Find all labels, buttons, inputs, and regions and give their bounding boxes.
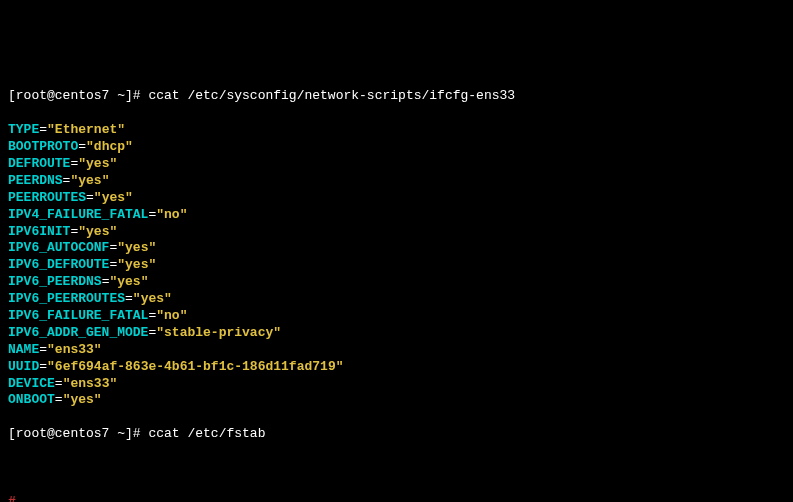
config-line: UUID="6ef694af-863e-4b61-bf1c-186d11fad7… — [8, 359, 785, 376]
equals: = — [55, 392, 63, 407]
config-key: IPV4_FAILURE_FATAL — [8, 207, 148, 222]
equals: = — [55, 376, 63, 391]
config-line: PEERROUTES="yes" — [8, 190, 785, 207]
config-value: "yes" — [117, 257, 156, 272]
config-value: "yes" — [70, 173, 109, 188]
equals: = — [125, 291, 133, 306]
config-line: NAME="ens33" — [8, 342, 785, 359]
prompt: [root@centos7 ~]# — [8, 88, 148, 103]
config-key: IPV6_ADDR_GEN_MODE — [8, 325, 148, 340]
config-line: DEFROUTE="yes" — [8, 156, 785, 173]
config-line: TYPE="Ethernet" — [8, 122, 785, 139]
config-value: "yes" — [63, 392, 102, 407]
config-line: IPV6_FAILURE_FATAL="no" — [8, 308, 785, 325]
config-value: "dhcp" — [86, 139, 133, 154]
config-line: IPV6_DEFROUTE="yes" — [8, 257, 785, 274]
config-value: "no" — [156, 207, 187, 222]
config-key: DEVICE — [8, 376, 55, 391]
config-key: ONBOOT — [8, 392, 55, 407]
equals: = — [39, 342, 47, 357]
prompt-line-2: [root@centos7 ~]# ccat /etc/fstab — [8, 426, 785, 443]
equals: = — [86, 190, 94, 205]
terminal-output[interactable]: [root@centos7 ~]# ccat /etc/sysconfig/ne… — [8, 72, 785, 502]
equals: = — [39, 359, 47, 374]
config-value: "yes" — [78, 224, 117, 239]
config-line: ONBOOT="yes" — [8, 392, 785, 409]
config-key: TYPE — [8, 122, 39, 137]
config-key: IPV6INIT — [8, 224, 70, 239]
config-key: BOOTPROTO — [8, 139, 78, 154]
config-line: IPV4_FAILURE_FATAL="no" — [8, 207, 785, 224]
config-value: "yes" — [94, 190, 133, 205]
config-line: DEVICE="ens33" — [8, 376, 785, 393]
config-value: "no" — [156, 308, 187, 323]
config-key: IPV6_DEFROUTE — [8, 257, 109, 272]
config-value: "yes" — [78, 156, 117, 171]
config-line: IPV6_PEERROUTES="yes" — [8, 291, 785, 308]
config-key: DEFROUTE — [8, 156, 70, 171]
config-line: PEERDNS="yes" — [8, 173, 785, 190]
equals: = — [78, 139, 86, 154]
config-key: PEERROUTES — [8, 190, 86, 205]
config-key: NAME — [8, 342, 39, 357]
config-line: IPV6INIT="yes" — [8, 224, 785, 241]
prompt: [root@centos7 ~]# — [8, 426, 148, 441]
config-key: PEERDNS — [8, 173, 63, 188]
config-key: IPV6_AUTOCONF — [8, 240, 109, 255]
config-line: IPV6_PEERDNS="yes" — [8, 274, 785, 291]
comment-line: # — [8, 494, 785, 502]
config-line: IPV6_AUTOCONF="yes" — [8, 240, 785, 257]
config-key: IPV6_FAILURE_FATAL — [8, 308, 148, 323]
config-line: BOOTPROTO="dhcp" — [8, 139, 785, 156]
config-value: "yes" — [109, 274, 148, 289]
config-key: UUID — [8, 359, 39, 374]
command-text: ccat /etc/sysconfig/network-scripts/ifcf… — [148, 88, 515, 103]
config-value: "yes" — [133, 291, 172, 306]
config-value: "yes" — [117, 240, 156, 255]
config-value: "stable-privacy" — [156, 325, 281, 340]
config-value: "Ethernet" — [47, 122, 125, 137]
config-value: "ens33" — [63, 376, 118, 391]
config-key: IPV6_PEERROUTES — [8, 291, 125, 306]
prompt-line-1: [root@centos7 ~]# ccat /etc/sysconfig/ne… — [8, 88, 785, 105]
config-value: "ens33" — [47, 342, 102, 357]
equals: = — [39, 122, 47, 137]
config-value: "6ef694af-863e-4b61-bf1c-186d11fad719" — [47, 359, 343, 374]
command-text: ccat /etc/fstab — [148, 426, 265, 441]
config-key: IPV6_PEERDNS — [8, 274, 102, 289]
blank-line — [8, 460, 785, 477]
config-line: IPV6_ADDR_GEN_MODE="stable-privacy" — [8, 325, 785, 342]
